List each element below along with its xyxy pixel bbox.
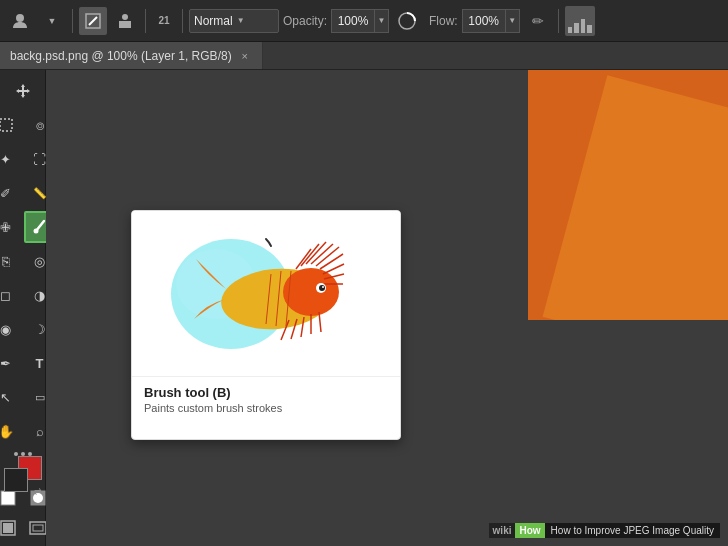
brush-pressure-icon[interactable]: [393, 7, 421, 35]
stamp-icon[interactable]: [111, 7, 139, 35]
svg-point-8: [33, 229, 38, 234]
canvas-area: Brush tool (B) Paints custom brush strok…: [46, 70, 728, 546]
tab-close-button[interactable]: ×: [238, 49, 252, 63]
flow-control: 100% ▼: [462, 9, 520, 33]
svg-point-0: [16, 14, 24, 22]
svg-line-24: [301, 244, 319, 266]
fish-illustration: [156, 214, 376, 374]
opacity-control: 100% ▼: [331, 9, 389, 33]
svg-rect-12: [1, 491, 15, 505]
swap-colors-icon[interactable]: ⇄: [34, 486, 42, 496]
bar2: [574, 23, 579, 33]
wikihow-article-title: How to Improve JPEG Image Quality: [545, 523, 720, 538]
screen-mode-button[interactable]: [0, 514, 22, 542]
airbrush-icon[interactable]: ✏: [524, 7, 552, 35]
opacity-label: Opacity:: [283, 14, 327, 28]
left-toolbar: ⌾ ✦ ⛶ ✐ 📏 ✙ ⎘ ◎ ◻ ◑: [0, 70, 46, 546]
opacity-arrow[interactable]: ▼: [375, 9, 389, 33]
flow-value[interactable]: 100%: [462, 9, 506, 33]
blend-mode-dropdown[interactable]: Normal ▼: [189, 9, 279, 33]
svg-point-41: [319, 285, 325, 291]
wiki-label: wiki: [489, 523, 516, 538]
path-select-tool[interactable]: ↖: [0, 381, 22, 413]
main-area: ⌾ ✦ ⛶ ✐ 📏 ✙ ⎘ ◎ ◻ ◑: [0, 70, 728, 546]
tab-title: backg.psd.png @ 100% (Layer 1, RGB/8): [10, 49, 232, 63]
flow-arrow[interactable]: ▼: [506, 9, 520, 33]
move-tool[interactable]: [7, 75, 39, 107]
tooltip-text: Brush tool (B) Paints custom brush strok…: [132, 376, 400, 422]
magic-wand-tool[interactable]: ✦: [0, 143, 22, 175]
document-tab[interactable]: backg.psd.png @ 100% (Layer 1, RGB/8) ×: [0, 42, 263, 69]
eyedropper-tool[interactable]: ✐: [0, 177, 22, 209]
svg-line-2: [89, 17, 97, 25]
blur-tool[interactable]: ◉: [0, 313, 22, 345]
tool-row-screen: [0, 514, 52, 542]
svg-line-23: [296, 249, 311, 269]
how-label: How: [515, 523, 544, 538]
brush-panel-icon[interactable]: [565, 6, 595, 36]
svg-rect-3: [119, 21, 131, 28]
pen-tool[interactable]: ✒: [0, 347, 22, 379]
expand-icon[interactable]: ▼: [38, 7, 66, 35]
top-toolbar: ▼ 21 Normal ▼ Opacity: 100% ▼ Flow: 100%…: [0, 0, 728, 42]
user-icon[interactable]: [6, 7, 34, 35]
svg-rect-18: [33, 525, 43, 531]
foreground-color-swatch[interactable]: [4, 468, 28, 492]
bar3: [581, 19, 586, 33]
tooltip-image: [132, 211, 400, 376]
tab-bar: backg.psd.png @ 100% (Layer 1, RGB/8) ×: [0, 42, 728, 70]
marquee-tool[interactable]: [0, 109, 22, 141]
svg-rect-6: [0, 119, 12, 131]
brush-tool-tooltip: Brush tool (B) Paints custom brush strok…: [131, 210, 401, 440]
tooltip-title: Brush tool (B): [144, 385, 388, 400]
blend-mode-arrow: ▼: [237, 16, 274, 25]
separator-1: [72, 9, 73, 33]
separator-3: [182, 9, 183, 33]
separator-2: [145, 9, 146, 33]
tool-row-move: [7, 74, 39, 108]
spot-heal-tool[interactable]: ✙: [0, 211, 22, 243]
svg-line-36: [319, 312, 321, 332]
blend-mode-label: Normal: [194, 14, 233, 28]
color-swatches[interactable]: ⇄: [4, 468, 42, 480]
bar1: [568, 27, 573, 33]
separator-4: [558, 9, 559, 33]
svg-point-4: [122, 14, 128, 20]
bar4: [587, 25, 592, 33]
active-tool-icon[interactable]: [79, 7, 107, 35]
svg-point-42: [322, 286, 324, 288]
svg-rect-17: [30, 522, 46, 534]
eraser-tool[interactable]: ◻: [0, 279, 22, 311]
svg-rect-16: [3, 523, 13, 533]
flow-label: Flow:: [429, 14, 458, 28]
orange-diagonal: [543, 75, 728, 320]
svg-point-22: [283, 268, 339, 316]
clone-stamp-tool[interactable]: ⎘: [0, 245, 22, 277]
opacity-value[interactable]: 100%: [331, 9, 375, 33]
tooltip-description: Paints custom brush strokes: [144, 402, 388, 414]
brush-size-badge: 21: [152, 9, 176, 33]
wikihow-badge: wiki How How to Improve JPEG Image Quali…: [489, 523, 720, 538]
hand-tool[interactable]: ✋: [0, 415, 22, 447]
canvas-orange-element: [528, 70, 728, 320]
